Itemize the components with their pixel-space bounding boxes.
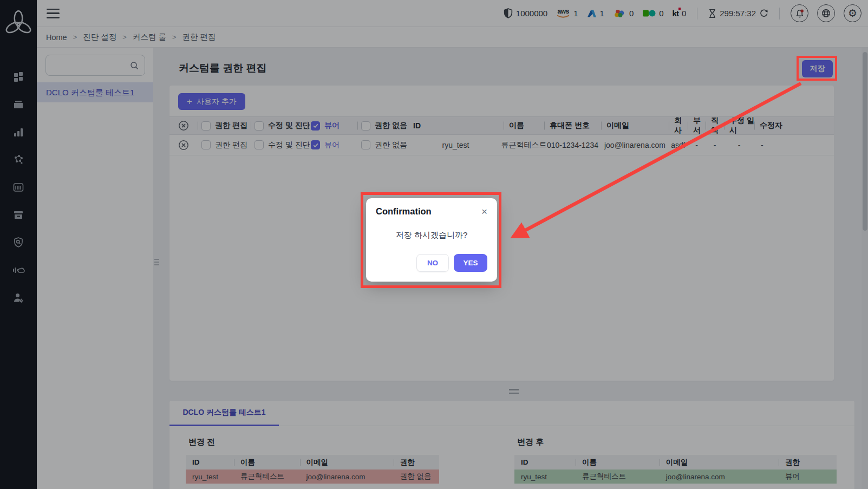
no-button[interactable]: NO <box>416 254 449 272</box>
modal-message: 저장 하시겠습니까? <box>376 230 487 240</box>
modal-title: Confirmation <box>376 206 432 217</box>
app-root: 1000000 aws 1 1 0 0 kt <box>0 0 868 489</box>
close-icon[interactable]: × <box>481 206 487 217</box>
modal-actions: NO YES <box>376 254 487 272</box>
confirmation-modal: Confirmation × 저장 하시겠습니까? NO YES <box>366 198 497 282</box>
modal-header: Confirmation × <box>376 206 487 217</box>
yes-button[interactable]: YES <box>454 254 487 272</box>
